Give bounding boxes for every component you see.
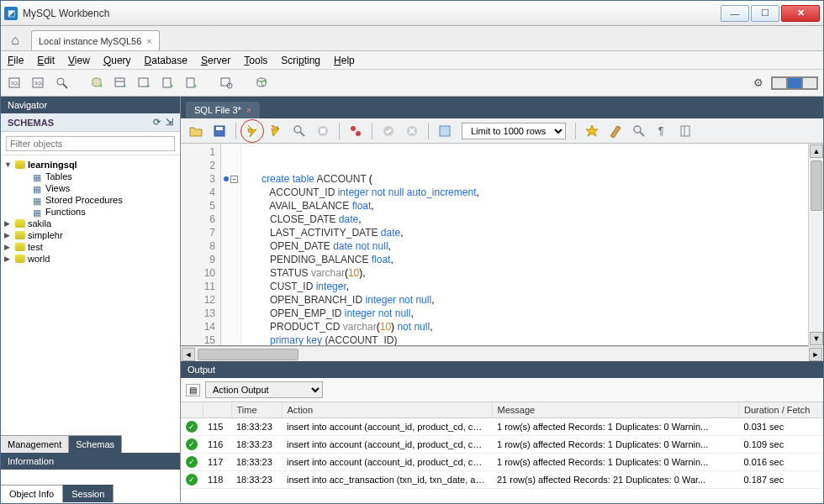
tree-folder[interactable]: Views: [3, 182, 178, 194]
explain-icon[interactable]: [289, 121, 309, 141]
reconnect-icon[interactable]: [253, 74, 272, 92]
open-sql-icon[interactable]: SQL: [29, 74, 48, 92]
search-table-icon[interactable]: [218, 74, 236, 92]
new-sql-tab-icon[interactable]: SQL: [6, 74, 24, 92]
tree-schema[interactable]: ▶test: [3, 241, 178, 253]
output-col[interactable]: [203, 402, 231, 418]
svg-text:SQL: SQL: [34, 81, 43, 86]
rollback-icon[interactable]: [402, 121, 422, 141]
information-header: Information: [1, 453, 180, 470]
toggle-output[interactable]: [802, 77, 817, 89]
tab-schemas[interactable]: Schemas: [69, 435, 122, 453]
output-col[interactable]: Action: [282, 402, 492, 418]
create-view-icon[interactable]: +: [135, 74, 154, 92]
tree-folder[interactable]: Tables: [3, 171, 178, 182]
tree-schema[interactable]: ▶world: [3, 253, 178, 265]
fold-column[interactable]: −: [221, 144, 241, 345]
menu-help[interactable]: Help: [334, 55, 355, 66]
editor[interactable]: 12345678910111213141516 − create table A…: [181, 144, 808, 346]
svg-text:+: +: [146, 82, 151, 90]
schema-tree[interactable]: ▼learningsql TablesViewsStored Procedure…: [1, 155, 180, 435]
toggle-secondary[interactable]: [787, 77, 802, 89]
menu-edit[interactable]: Edit: [37, 55, 55, 66]
titlebar: ◩ MySQL Workbench — ☐ ✕: [1, 1, 823, 26]
maximize-button[interactable]: ☐: [751, 5, 779, 22]
output-row[interactable]: ✓11618:33:23insert into account (account…: [181, 436, 823, 454]
svg-rect-17: [221, 78, 230, 86]
tree-schema[interactable]: ▶simplehr: [3, 229, 178, 241]
menu-server[interactable]: Server: [201, 55, 230, 66]
output-type-select[interactable]: Action Output: [205, 381, 323, 398]
execute-current-icon[interactable]: I: [266, 121, 286, 141]
status-ok-icon: ✓: [186, 474, 198, 486]
svg-line-24: [300, 132, 304, 136]
create-table-icon[interactable]: +: [112, 74, 130, 92]
svg-point-28: [356, 131, 361, 136]
connection-tab[interactable]: Local instance MySQL56 ×: [31, 30, 160, 50]
open-file-icon[interactable]: [186, 121, 206, 141]
output-col[interactable]: Duration / Fetch: [739, 402, 823, 418]
sidebar: Navigator SCHEMAS ⟳⇲ ▼learningsql Tables…: [1, 97, 181, 502]
editor-vscrollbar[interactable]: ▲▼: [808, 144, 823, 346]
menu-scripting[interactable]: Scripting: [281, 55, 320, 66]
svg-text:+: +: [193, 82, 198, 90]
menu-query[interactable]: Query: [103, 55, 131, 66]
create-function-icon[interactable]: +: [182, 74, 201, 92]
tree-folder[interactable]: Functions: [3, 206, 178, 218]
snippets-icon[interactable]: [676, 121, 696, 141]
tab-session[interactable]: Session: [63, 485, 114, 502]
beautify-icon[interactable]: [582, 121, 602, 141]
output-col[interactable]: Time: [231, 402, 282, 418]
menu-view[interactable]: View: [68, 55, 90, 66]
home-icon[interactable]: ⌂: [4, 30, 26, 50]
output-row[interactable]: ✓11818:33:23insert into acc_transaction …: [181, 471, 823, 489]
output-table: TimeActionMessageDuration / Fetch ✓11518…: [181, 402, 823, 489]
close-file-icon[interactable]: ×: [246, 105, 251, 115]
refresh-icon[interactable]: ⟳: [153, 117, 161, 128]
invisible-chars-icon[interactable]: [629, 121, 649, 141]
menu-file[interactable]: File: [8, 55, 24, 66]
svg-point-32: [634, 126, 641, 133]
svg-text:SQL: SQL: [11, 81, 19, 86]
minimize-button[interactable]: —: [721, 5, 749, 22]
create-schema-icon[interactable]: +: [88, 74, 107, 92]
toggle-sidebar[interactable]: [772, 77, 787, 89]
create-procedure-icon[interactable]: +: [159, 74, 177, 92]
schemas-header: SCHEMAS ⟳⇲: [1, 113, 180, 132]
menu-database[interactable]: Database: [145, 55, 188, 66]
connection-tab-label: Local instance MySQL56: [39, 36, 141, 46]
menu-tools[interactable]: Tools: [244, 55, 267, 66]
tab-object-info[interactable]: Object Info: [1, 485, 63, 502]
limit-config-icon[interactable]: [435, 121, 455, 141]
toggle-autocommit-icon[interactable]: [346, 121, 366, 141]
output-list-icon[interactable]: ▤: [186, 384, 200, 396]
editor-hscrollbar[interactable]: ◄►: [181, 346, 823, 361]
inspector-icon[interactable]: [53, 74, 71, 92]
close-tab-icon[interactable]: ×: [146, 36, 151, 46]
schema-learningsql[interactable]: learningsql: [28, 160, 77, 170]
commit-icon[interactable]: [378, 121, 399, 141]
tree-folder[interactable]: Stored Procedures: [3, 194, 178, 206]
output-col[interactable]: Message: [492, 402, 739, 418]
info-tabs: Object Info Session: [1, 485, 180, 502]
execute-icon[interactable]: [242, 121, 262, 141]
limit-select[interactable]: Limit to 1000 rows: [462, 123, 566, 139]
close-button[interactable]: ✕: [781, 5, 820, 22]
output-row[interactable]: ✓11718:33:23insert into account (account…: [181, 454, 823, 471]
tab-management[interactable]: Management: [1, 435, 69, 453]
navigator-header: Navigator: [1, 97, 180, 113]
filter-input[interactable]: [6, 136, 175, 151]
code-area[interactable]: create table ACCOUNT ( ACCOUNT_ID intege…: [241, 144, 808, 345]
output-row[interactable]: ✓11518:33:23insert into account (account…: [181, 418, 823, 436]
file-tab[interactable]: SQL File 3* ×: [186, 102, 260, 118]
save-file-icon[interactable]: [209, 121, 230, 141]
expand-icon[interactable]: ⇲: [166, 117, 173, 128]
output-col[interactable]: [181, 402, 203, 418]
settings-icon[interactable]: ⚙: [749, 74, 768, 92]
output-filter-row: ▤ Action Output: [181, 378, 823, 402]
tree-schema[interactable]: ▶sakila: [3, 218, 178, 229]
svg-rect-26: [320, 129, 325, 134]
find-icon[interactable]: [605, 121, 626, 141]
wrap-icon[interactable]: ¶: [652, 121, 673, 141]
stop-icon[interactable]: [313, 121, 333, 141]
